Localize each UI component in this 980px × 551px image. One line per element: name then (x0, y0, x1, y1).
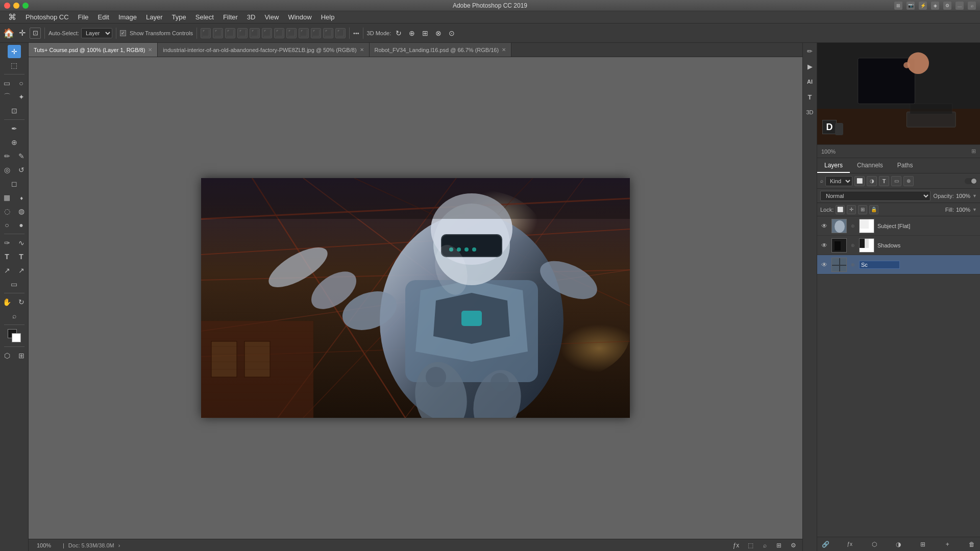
layer-visibility-shadows[interactable]: 👁 (820, 241, 828, 249)
status-arrow[interactable]: › (118, 542, 120, 548)
lock-position-icon[interactable]: ✛ (847, 205, 856, 214)
lock-pixel-icon[interactable]: ⬜ (836, 205, 845, 214)
align-top-btn[interactable]: ⬛ (237, 28, 248, 38)
crop-tool[interactable]: ⊡ (8, 104, 21, 117)
screen-mode-tool[interactable]: ⊞ (15, 349, 28, 362)
eyedropper-tool[interactable]: ✒ (8, 122, 21, 135)
filter-type-icon[interactable]: T (879, 176, 889, 186)
menu-help[interactable]: Help (317, 12, 339, 22)
menu-photoshop[interactable]: Photoshop CC (21, 12, 73, 22)
ps-home-icon[interactable]: 🏠 (3, 28, 14, 39)
paths-tab[interactable]: Paths (890, 158, 920, 173)
move-tool-icon[interactable]: ✛ (16, 28, 28, 39)
pencil-tool[interactable]: ✎ (15, 149, 28, 163)
opacity-value[interactable]: 100% (956, 193, 970, 199)
distribute-center-btn[interactable]: ⬛ (286, 28, 297, 38)
fill-dropdown-icon[interactable]: ▼ (972, 207, 977, 212)
pen-tool[interactable]: ✑ (1, 236, 14, 249)
marquee-rect-tool[interactable]: ▭ (1, 77, 14, 90)
path-select-tool[interactable]: ↗ (1, 264, 14, 277)
menu-filter[interactable]: Filter (219, 12, 242, 22)
brush-panel-icon[interactable]: ✏ (804, 45, 816, 57)
align-center-btn[interactable]: ⬛ (213, 28, 223, 38)
3d-move-icon[interactable]: ⊕ (406, 28, 418, 39)
show-transform-checkbox[interactable] (120, 30, 126, 36)
rotate-view-tool[interactable]: ↻ (15, 295, 28, 309)
lock-artboard-icon[interactable]: ⊞ (858, 205, 867, 214)
lock-all-icon[interactable]: 🔒 (869, 205, 878, 214)
traffic-lights[interactable] (4, 3, 29, 9)
distribute-top-btn[interactable]: ⬛ (311, 28, 321, 38)
3d-pan-icon[interactable]: ⊙ (446, 28, 457, 39)
maximize-button[interactable] (22, 3, 29, 9)
layer-item-shadows[interactable]: 👁 ⊛ Shadows (817, 236, 980, 255)
layers-tab[interactable]: Layers (817, 158, 850, 173)
layer-visibility-subject[interactable]: 👁 (820, 222, 828, 230)
fill-value[interactable]: 100% (956, 207, 970, 213)
minimize-button[interactable] (13, 3, 19, 9)
align-right-btn[interactable]: ⬛ (225, 28, 235, 38)
eraser-tool[interactable]: ◻ (8, 177, 21, 190)
quick-mask-tool[interactable]: ⬡ (1, 349, 14, 362)
wifi-icon[interactable]: ◈ (931, 2, 939, 10)
text-vertical-tool[interactable]: T (15, 250, 28, 263)
layer-link-icon[interactable]: 🔗 (820, 539, 830, 549)
menu-type[interactable]: Type (168, 12, 190, 22)
history-brush-tool[interactable]: ↺ (15, 163, 28, 177)
menu-file[interactable]: File (74, 12, 93, 22)
grid-icon[interactable]: ⊞ (894, 2, 902, 10)
menu-view[interactable]: View (260, 12, 283, 22)
gradient-tool[interactable]: ▦ (1, 191, 14, 204)
bottom-folder-icon[interactable]: ⊞ (774, 540, 784, 550)
paint-bucket-tool[interactable]: ⬧ (15, 191, 28, 204)
filter-toggle[interactable] (965, 178, 977, 184)
layer-fx-icon[interactable]: ƒx (845, 539, 855, 549)
layer-visibility-sc[interactable]: 👁 (820, 261, 828, 269)
layer-name-input-sc[interactable] (859, 261, 900, 269)
tab-industrial[interactable]: industrial-interior-of-an-old-abandoned-… (158, 43, 369, 57)
menu-window[interactable]: Window (284, 12, 315, 22)
blend-mode-dropdown[interactable]: Normal (820, 191, 930, 201)
clone-tool[interactable]: ◎ (1, 163, 14, 177)
3d-rotate-icon[interactable]: ↻ (393, 28, 404, 39)
distribute-middle-btn[interactable]: ⬛ (323, 28, 333, 38)
play-icon[interactable]: ▶ (804, 60, 816, 72)
distribute-bottom-btn[interactable]: ⬛ (335, 28, 346, 38)
bottom-media-icon[interactable]: ⬚ (745, 540, 755, 550)
dodge-tool[interactable]: ○ (1, 218, 14, 232)
menu-layer[interactable]: Layer (142, 12, 167, 22)
filter-pixel-icon[interactable]: ⬜ (854, 176, 865, 186)
bottom-info-icon[interactable]: ƒx (731, 540, 741, 550)
move-tool[interactable]: ✛ (8, 45, 21, 58)
more-options[interactable]: ••• (353, 30, 359, 36)
align-left-btn[interactable]: ⬛ (201, 28, 211, 38)
align-bottom-btn[interactable]: ⬛ (262, 28, 272, 38)
menu-3d[interactable]: 3D (243, 12, 260, 22)
filter-adjust-icon[interactable]: ◑ (867, 176, 877, 186)
canvas-image[interactable] (201, 178, 630, 418)
tab-robot[interactable]: Robot_FV34_Landing.l16.psd @ 66.7% (RGB/… (370, 43, 512, 57)
lasso-tool[interactable]: ⌒ (1, 90, 14, 104)
tab-tuts-course[interactable]: Tuts+ Course.psd @ 100% (Layer 1, RGB/8)… (29, 43, 158, 57)
zoom-expand-icon[interactable]: ⊞ (839, 148, 976, 155)
artboard-tool[interactable]: ⬚ (8, 59, 21, 72)
filter-shape-icon[interactable]: ▭ (891, 176, 901, 186)
channels-tab[interactable]: Channels (850, 158, 890, 173)
bottom-search-icon[interactable]: ⌕ (760, 540, 770, 550)
apple-menu[interactable]: ⌘ (4, 11, 20, 23)
hand-tool[interactable]: ✋ (1, 295, 14, 309)
menu-edit[interactable]: Edit (94, 12, 113, 22)
layer-dropdown[interactable]: Layer Group (81, 28, 112, 38)
direct-select-tool[interactable]: ↗ (15, 264, 28, 277)
color-swatches[interactable] (8, 329, 21, 342)
menu-image[interactable]: Image (114, 12, 141, 22)
blur-tool[interactable]: ◌ (1, 205, 14, 218)
ai-icon[interactable]: AI (804, 76, 816, 88)
type-panel-icon[interactable]: T (804, 91, 816, 103)
layer-group-icon[interactable]: ⊞ (918, 539, 928, 549)
layer-delete-icon[interactable]: 🗑 (967, 539, 977, 549)
layer-adjust-icon[interactable]: ◑ (893, 539, 903, 549)
3d-panel-icon[interactable]: 3D (804, 106, 816, 118)
tab-close-robot[interactable]: ✕ (502, 47, 506, 53)
opacity-dropdown-icon[interactable]: ▼ (972, 193, 977, 198)
